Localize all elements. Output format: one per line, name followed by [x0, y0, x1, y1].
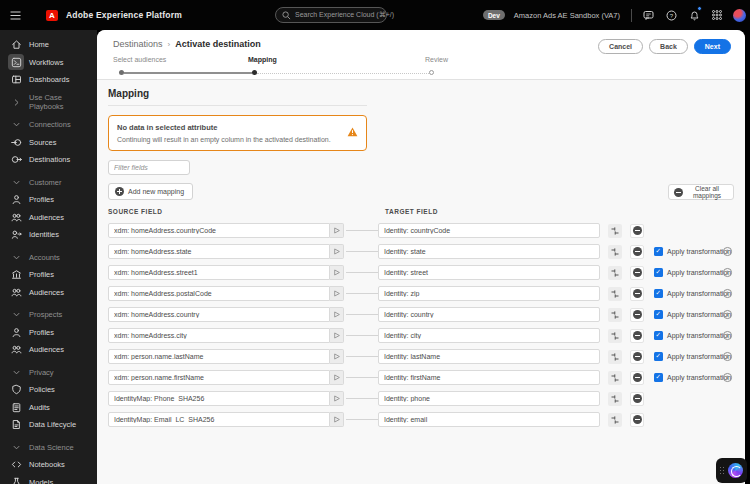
- menu-icon[interactable]: [0, 11, 30, 20]
- remove-mapping-button[interactable]: [630, 245, 644, 259]
- help-icon[interactable]: ?: [664, 8, 678, 22]
- sidebar-item-workflows[interactable]: Workflows: [0, 54, 97, 72]
- apply-transformation-checkbox[interactable]: ✓: [654, 331, 663, 340]
- sidebar-item-destinations[interactable]: Destinations: [0, 151, 97, 169]
- sidebar-item-customer[interactable]: Customer: [0, 174, 97, 192]
- remove-mapping-button[interactable]: [630, 371, 644, 385]
- step-mapping[interactable]: Mapping: [248, 56, 277, 63]
- map-function-button[interactable]: [330, 286, 344, 301]
- apply-transformation-checkbox[interactable]: ✓: [654, 247, 663, 256]
- target-field-input[interactable]: [378, 265, 600, 280]
- apps-grid-icon[interactable]: [710, 8, 724, 22]
- source-field-input[interactable]: [108, 391, 330, 406]
- target-field-input[interactable]: [378, 307, 600, 322]
- map-function-button[interactable]: [330, 265, 344, 280]
- source-field-input[interactable]: [108, 307, 330, 322]
- sidebar-item-audiences[interactable]: Audiences: [0, 341, 97, 359]
- select-identity-namespace-button[interactable]: [608, 287, 622, 301]
- sidebar-item-data-science[interactable]: Data Science: [0, 439, 97, 457]
- sidebar-item-audiences[interactable]: Audiences: [0, 284, 97, 302]
- apply-transformation-checkbox[interactable]: ✓: [654, 352, 663, 361]
- info-icon[interactable]: i: [723, 247, 732, 256]
- select-identity-namespace-button[interactable]: [608, 413, 622, 427]
- sidebar-item-identities[interactable]: Identities: [0, 226, 97, 244]
- sidebar-item-connections[interactable]: Connections: [0, 116, 97, 134]
- map-function-button[interactable]: [330, 349, 344, 364]
- sidebar-item-use-case-playbooks[interactable]: Use Case Playbooks: [0, 94, 97, 112]
- apply-transformation-checkbox[interactable]: ✓: [654, 289, 663, 298]
- remove-mapping-button[interactable]: [630, 266, 644, 280]
- source-field-input[interactable]: [108, 265, 330, 280]
- target-field-input[interactable]: [378, 412, 600, 427]
- sidebar-item-accounts[interactable]: Accounts: [0, 249, 97, 267]
- target-field-input[interactable]: [378, 328, 600, 343]
- avatar[interactable]: [733, 9, 746, 22]
- sidebar-item-audits[interactable]: Audits: [0, 399, 97, 417]
- info-icon[interactable]: i: [723, 289, 732, 298]
- sidebar-item-home[interactable]: Home: [0, 36, 97, 54]
- info-icon[interactable]: i: [723, 373, 732, 382]
- target-field-input[interactable]: [378, 391, 600, 406]
- ai-assistant-button[interactable]: [716, 458, 747, 483]
- map-function-button[interactable]: [330, 328, 344, 343]
- select-identity-namespace-button[interactable]: [608, 329, 622, 343]
- notifications-icon[interactable]: [687, 8, 701, 22]
- sidebar-item-dashboards[interactable]: Dashboards: [0, 71, 97, 89]
- sidebar-item-profiles[interactable]: Profiles: [0, 191, 97, 209]
- source-field-input[interactable]: [108, 349, 330, 364]
- apply-transformation-checkbox[interactable]: ✓: [654, 268, 663, 277]
- back-button[interactable]: Back: [649, 39, 688, 54]
- map-function-button[interactable]: [330, 412, 344, 427]
- map-function-button[interactable]: [330, 223, 344, 238]
- sidebar-item-profiles[interactable]: Profiles: [0, 324, 97, 342]
- target-field-input[interactable]: [378, 223, 600, 238]
- info-icon[interactable]: i: [723, 331, 732, 340]
- sidebar-item-data-lifecycle[interactable]: Data Lifecycle: [0, 416, 97, 434]
- select-identity-namespace-button[interactable]: [608, 371, 622, 385]
- map-function-button[interactable]: [330, 370, 344, 385]
- select-identity-namespace-button[interactable]: [608, 224, 622, 238]
- apply-transformation-checkbox[interactable]: ✓: [654, 373, 663, 382]
- source-field-input[interactable]: [108, 244, 330, 259]
- select-identity-namespace-button[interactable]: [608, 350, 622, 364]
- sidebar-item-policies[interactable]: Policies: [0, 381, 97, 399]
- map-function-button[interactable]: [330, 391, 344, 406]
- remove-mapping-button[interactable]: [630, 287, 644, 301]
- info-icon[interactable]: i: [723, 352, 732, 361]
- source-field-input[interactable]: [108, 328, 330, 343]
- source-field-input[interactable]: [108, 412, 330, 427]
- breadcrumb-destinations[interactable]: Destinations: [113, 39, 163, 49]
- sidebar-item-models[interactable]: Models: [0, 474, 97, 484]
- remove-mapping-button[interactable]: [630, 329, 644, 343]
- step-review[interactable]: Review: [425, 56, 448, 63]
- cancel-button[interactable]: Cancel: [598, 39, 643, 54]
- select-identity-namespace-button[interactable]: [608, 308, 622, 322]
- sidebar-item-profiles[interactable]: Profiles: [0, 266, 97, 284]
- clear-all-mappings-button[interactable]: Clear all mappings: [668, 184, 734, 200]
- select-identity-namespace-button[interactable]: [608, 392, 622, 406]
- step-select-audiences[interactable]: Select audiences: [113, 56, 166, 63]
- remove-mapping-button[interactable]: [630, 308, 644, 322]
- source-field-input[interactable]: [108, 223, 330, 238]
- map-function-button[interactable]: [330, 244, 344, 259]
- filter-fields-input[interactable]: [108, 160, 190, 175]
- sidebar-item-prospects[interactable]: Prospects: [0, 306, 97, 324]
- add-new-mapping-button[interactable]: Add new mapping: [108, 183, 193, 200]
- remove-mapping-button[interactable]: [630, 413, 644, 427]
- sandbox-selector[interactable]: Amazon Ads AE Sandbox (VA7): [514, 11, 620, 20]
- target-field-input[interactable]: [378, 349, 600, 364]
- apply-transformation-checkbox[interactable]: ✓: [654, 310, 663, 319]
- info-icon[interactable]: i: [723, 310, 732, 319]
- drag-handle-icon[interactable]: [720, 467, 725, 475]
- map-function-button[interactable]: [330, 307, 344, 322]
- sidebar-item-audiences[interactable]: Audiences: [0, 209, 97, 227]
- target-field-input[interactable]: [378, 370, 600, 385]
- sidebar-item-notebooks[interactable]: Notebooks: [0, 456, 97, 474]
- remove-mapping-button[interactable]: [630, 392, 644, 406]
- feedback-icon[interactable]: [641, 8, 655, 22]
- next-button[interactable]: Next: [694, 39, 731, 54]
- select-identity-namespace-button[interactable]: [608, 266, 622, 280]
- target-field-input[interactable]: [378, 286, 600, 301]
- global-search-input[interactable]: Search Experience Cloud (⌘+/): [275, 7, 387, 23]
- sidebar-item-sources[interactable]: Sources: [0, 134, 97, 152]
